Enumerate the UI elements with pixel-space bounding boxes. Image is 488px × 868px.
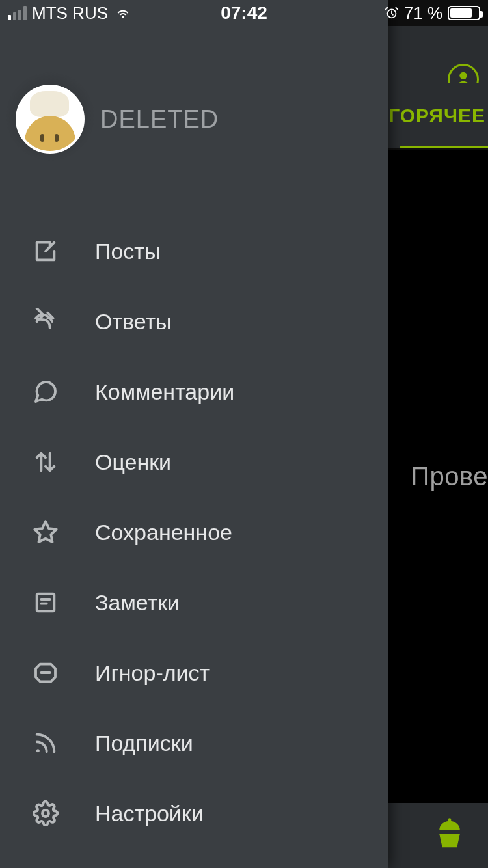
menu-item-settings[interactable]: Настройки: [0, 778, 388, 848]
menu-label: Комментарии: [95, 379, 234, 405]
menu-label: Ответы: [95, 309, 172, 334]
note-icon: [33, 590, 59, 616]
content-hint-text: Прове: [411, 462, 488, 491]
menu-item-posts[interactable]: Посты: [0, 216, 388, 286]
menu-item-saved[interactable]: Сохраненное: [0, 497, 388, 567]
menu-item-comments[interactable]: Комментарии: [0, 357, 388, 427]
comment-icon: [33, 379, 59, 405]
svg-marker-1: [34, 521, 56, 542]
menu-item-notes[interactable]: Заметки: [0, 567, 388, 638]
menu-item-ignore[interactable]: Игнор-лист: [0, 638, 388, 708]
menu-label: Заметки: [95, 590, 180, 616]
gear-icon: [33, 800, 59, 826]
drawer-menu: Посты Ответы Комментарии Оценки Сохранен…: [0, 216, 388, 848]
user-block[interactable]: DELETED: [16, 85, 219, 154]
menu-label: Игнор-лист: [95, 660, 210, 686]
username: DELETED: [100, 105, 219, 133]
menu-label: Настройки: [95, 801, 204, 826]
menu-label: Сохраненное: [95, 520, 232, 545]
wifi-icon: [113, 6, 133, 20]
svg-point-0: [459, 72, 467, 79]
sort-icon: [33, 449, 59, 475]
block-icon: [33, 660, 59, 686]
menu-label: Подписки: [95, 731, 193, 756]
battery-icon: [448, 6, 480, 20]
clock: 07:42: [221, 3, 267, 23]
svg-point-6: [36, 749, 40, 752]
menu-item-ratings[interactable]: Оценки: [0, 427, 388, 497]
tab-underline: [400, 146, 488, 148]
menu-item-answers[interactable]: Ответы: [0, 286, 388, 357]
menu-label: Оценки: [95, 450, 171, 475]
compose-icon: [33, 238, 59, 264]
cupcake-icon[interactable]: [432, 817, 467, 854]
alarm-icon: [385, 6, 399, 20]
svg-point-7: [42, 810, 49, 817]
carrier-label: MTS RUS: [32, 3, 108, 23]
star-icon: [33, 519, 59, 545]
avatar[interactable]: [16, 85, 85, 154]
menu-item-subs[interactable]: Подписки: [0, 708, 388, 778]
status-bar: MTS RUS 07:42 71 %: [0, 0, 488, 26]
battery-pct: 71 %: [404, 3, 442, 23]
menu-label: Посты: [95, 239, 160, 264]
reply-icon: [33, 308, 59, 334]
tab-hot[interactable]: ГОРЯЧЕЕ: [388, 105, 488, 127]
side-drawer: DELETED Посты Ответы Комментарии Оценки: [0, 0, 388, 868]
signal-icon: [8, 6, 27, 20]
rss-icon: [33, 730, 59, 756]
